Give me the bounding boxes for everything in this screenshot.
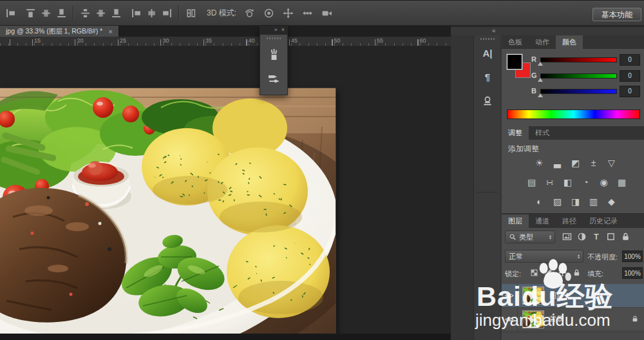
color-spectrum-ramp[interactable] (507, 109, 640, 119)
tab-history[interactable]: 历史记录 (583, 214, 624, 228)
adj-invert-icon[interactable]: ◐ (532, 196, 547, 208)
layer-row-selected[interactable]: 图层 1 (502, 284, 644, 308)
adj-color-lookup-icon[interactable]: ▦ (614, 176, 629, 189)
layer-name[interactable]: 背景 (549, 314, 564, 324)
adj-black-white-icon[interactable]: ◧ (560, 176, 575, 189)
workspace-button[interactable]: 基本功能 (592, 8, 641, 21)
align-left-icon[interactable] (131, 8, 142, 19)
horizontal-ruler: 15202530354045505560 (0, 37, 451, 46)
panel-collapse-icon[interactable]: » (274, 26, 278, 34)
filter-pixel-layers-icon[interactable] (562, 232, 572, 241)
3d-camera-icon[interactable] (321, 8, 332, 19)
close-tab-icon[interactable]: × (108, 28, 112, 35)
adj-exposure-icon[interactable]: ± (586, 157, 601, 169)
adj-color-balance-icon[interactable]: ∺ (542, 176, 557, 189)
adj-brightness-contrast-icon[interactable]: ☀ (532, 157, 547, 169)
collapse-dock-icon[interactable]: « (451, 27, 644, 35)
blue-value-field[interactable]: 0 (620, 86, 640, 97)
ruler-number: 60 (420, 37, 426, 44)
brush-presets-icon[interactable] (267, 48, 281, 61)
layer-visibility-toggle[interactable] (502, 284, 518, 307)
layer-thumbnail[interactable] (522, 287, 544, 305)
empty-dock-column (451, 35, 474, 340)
3d-roll-icon[interactable] (263, 8, 274, 19)
adj-photo-filter-icon[interactable]: ◔ (578, 176, 593, 189)
blend-mode-select[interactable]: 正常 ▴▾ (505, 250, 583, 263)
align-left-edges-icon[interactable] (5, 8, 16, 19)
character-panel-icon[interactable]: A| (482, 48, 492, 59)
adjustment-row-1: ☀▃◩±▽ (532, 157, 619, 169)
green-slider[interactable] (540, 73, 617, 79)
ruler-number: 20 (77, 37, 84, 44)
document-tab[interactable]: jpg @ 33.3% (图层 1, RGB/8#) * × (0, 26, 119, 37)
window-bottom-strip (0, 334, 451, 340)
lock-image-pixels-icon[interactable] (544, 269, 553, 277)
lock-all-icon[interactable] (573, 269, 581, 277)
opacity-label: 不透明度: (587, 252, 618, 262)
tab-color[interactable]: 颜色 (556, 35, 583, 49)
filter-adjustment-layers-icon[interactable] (577, 232, 587, 241)
layer-name[interactable]: 图层 1 (549, 291, 569, 301)
filter-shape-layers-icon[interactable] (606, 232, 616, 241)
adj-selective-color-icon[interactable]: ◆ (604, 196, 619, 208)
adj-channel-mixer-icon[interactable]: ◉ (596, 176, 611, 189)
align-top-edges-icon[interactable] (25, 8, 36, 19)
adj-gradient-map-icon[interactable]: ▥ (586, 196, 601, 208)
3d-orbit-icon[interactable] (244, 8, 255, 19)
clone-source-icon[interactable] (482, 95, 493, 107)
paragraph-panel-icon[interactable]: ¶ (485, 71, 490, 82)
distribute-columns-icon[interactable] (185, 8, 196, 19)
ruler-number: 40 (249, 37, 255, 44)
adj-posterize-icon[interactable]: ▨ (550, 196, 565, 208)
tab-paths[interactable]: 路径 (556, 214, 583, 228)
chevron-updown-icon: ▴▾ (549, 234, 551, 240)
red-slider-thumb[interactable] (538, 62, 543, 66)
photoshop-window: 3D 模式: 基本功能 jpg @ 33.3% (图层 1, RGB/8#) *… (0, 0, 644, 340)
layer-filter-type-select[interactable]: 类型 ▴▾ (505, 231, 555, 243)
layer-row-background[interactable]: 背景 (502, 308, 644, 331)
adj-hue-saturation-icon[interactable]: ▤ (524, 176, 539, 189)
distribute-bottom-edges-icon[interactable] (111, 8, 122, 19)
align-right-edges-icon[interactable] (162, 8, 173, 19)
layer-filter-buttons: T (562, 232, 630, 241)
brush-settings-icon[interactable] (267, 71, 281, 85)
layer-thumbnail[interactable] (522, 310, 544, 328)
foreground-color-swatch[interactable] (507, 54, 522, 70)
adj-curves-icon[interactable]: ◩ (568, 157, 583, 169)
tab-adjustments[interactable]: 调整 (502, 126, 529, 140)
align-vertical-centers-icon[interactable] (41, 8, 52, 19)
align-bottom-edges-icon[interactable] (56, 8, 67, 19)
blue-slider-thumb[interactable] (538, 93, 543, 97)
filter-type-layers-icon[interactable]: T (592, 232, 601, 241)
adj-levels-icon[interactable]: ▃ (550, 157, 565, 169)
distribute-top-edges-icon[interactable] (80, 8, 91, 19)
green-value-field[interactable]: 0 (620, 70, 640, 82)
add-adjustment-label: 添加调整 (508, 144, 539, 155)
tab-layers[interactable]: 图层 (502, 214, 529, 228)
lock-position-icon[interactable] (558, 269, 567, 277)
3d-slide-icon[interactable] (302, 8, 313, 19)
green-slider-thumb[interactable] (538, 78, 543, 82)
panel-close-icon[interactable]: × (281, 26, 285, 34)
food-photo-canvas[interactable] (0, 88, 336, 334)
color-panel: R 0 G 0 B 0 (502, 49, 644, 126)
lock-transparent-pixels-icon[interactable] (530, 269, 538, 277)
adj-threshold-icon[interactable]: ◨ (568, 196, 583, 208)
opacity-value-field[interactable]: 100% (622, 250, 643, 262)
filter-smart-objects-icon[interactable] (621, 232, 630, 241)
distribute-vertical-centers-icon[interactable] (95, 8, 106, 19)
layer-visibility-toggle[interactable] (502, 308, 518, 330)
red-value-field[interactable]: 0 (620, 54, 640, 66)
tab-channels[interactable]: 通道 (529, 214, 556, 228)
canvas-area: jpg @ 33.3% (图层 1, RGB/8#) * × 152025303… (0, 26, 451, 340)
blue-slider[interactable] (540, 89, 617, 94)
adj-vibrance-icon[interactable]: ▽ (604, 157, 619, 169)
align-horizontal-centers-icon[interactable] (146, 8, 157, 19)
blue-channel-row: B 0 (530, 86, 641, 97)
fill-value-field[interactable]: 100% (622, 267, 643, 279)
tab-styles[interactable]: 样式 (529, 126, 556, 140)
tab-swatches[interactable]: 色板 (502, 35, 529, 49)
tab-actions[interactable]: 动作 (529, 35, 556, 49)
red-slider[interactable] (540, 57, 617, 62)
3d-pan-icon[interactable] (283, 8, 294, 19)
